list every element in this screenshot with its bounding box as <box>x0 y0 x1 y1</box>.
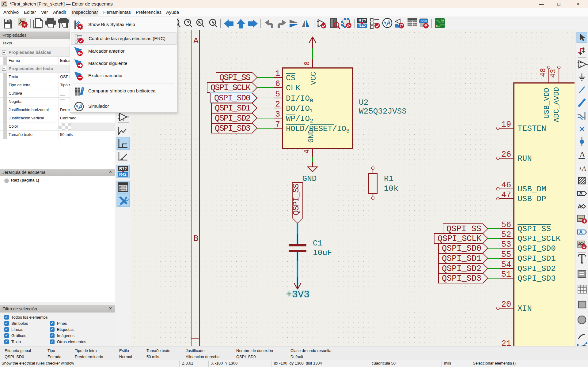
svg-text:USB_DM: USB_DM <box>518 185 546 194</box>
svg-text:QSPI_SD2: QSPI_SD2 <box>518 264 556 273</box>
svg-text:QSPI_SD1: QSPI_SD1 <box>518 254 556 263</box>
svg-text:USB_VDD: USB_VDD <box>543 88 551 119</box>
svg-text:3: 3 <box>275 110 280 119</box>
svg-text:CLK: CLK <box>286 84 300 93</box>
svg-text:TESTEN: TESTEN <box>518 124 546 133</box>
svg-text:A: A <box>579 150 585 159</box>
svg-text:46: 46 <box>501 181 511 190</box>
svg-text:ADC_AVDD: ADC_AVDD <box>552 87 561 122</box>
svg-text:QSPI_SD0: QSPI_SD0 <box>442 244 481 253</box>
svg-text:QSPI_SD0: QSPI_SD0 <box>518 244 556 253</box>
svg-text:USB_DP: USB_DP <box>518 194 546 204</box>
svg-text:QSPI_SD1: QSPI_SD1 <box>442 254 481 263</box>
svg-text:QSPI_SD0: QSPI_SD0 <box>214 94 251 103</box>
svg-text:2: 2 <box>275 100 280 109</box>
svg-text:QSPI_SD1: QSPI_SD1 <box>215 104 251 113</box>
svg-text:U2: U2 <box>359 98 368 107</box>
svg-text:CS: CS <box>286 73 295 83</box>
svg-text:R??: R?? <box>119 166 127 171</box>
svg-text:QSPI_SS: QSPI_SS <box>518 224 551 234</box>
svg-text:52: 52 <box>501 230 511 239</box>
svg-text:VCC: VCC <box>309 72 318 85</box>
svg-text:QSPI_SD3: QSPI_SD3 <box>442 274 481 283</box>
svg-text:21: 21 <box>501 339 511 346</box>
svg-text:C1: C1 <box>313 239 322 248</box>
svg-text:53: 53 <box>501 240 511 249</box>
svg-text:26: 26 <box>501 150 511 159</box>
svg-text:55: 55 <box>501 250 511 259</box>
svg-text:QSPI_SCLK: QSPI_SCLK <box>211 83 251 92</box>
svg-text:19: 19 <box>501 120 511 129</box>
svg-text:48: 48 <box>539 68 547 77</box>
svg-text:51: 51 <box>501 270 511 279</box>
svg-text:1: 1 <box>275 69 280 78</box>
svg-text:RUN: RUN <box>518 154 532 163</box>
svg-text:DO/IO1: DO/IO1 <box>286 104 313 114</box>
svg-text:W25Q32JVSS: W25Q32JVSS <box>359 107 407 116</box>
svg-text:.bom: .bom <box>420 20 427 23</box>
svg-text:R42: R42 <box>119 172 127 177</box>
svg-text:DI/IO0: DI/IO0 <box>286 94 313 104</box>
svg-text:QSPI_SCLK: QSPI_SCLK <box>438 234 482 243</box>
svg-text:43: 43 <box>549 69 557 78</box>
svg-text:QSPI_SD2: QSPI_SD2 <box>215 114 251 123</box>
svg-text:QSPI_SD3: QSPI_SD3 <box>518 274 556 283</box>
svg-text:54: 54 <box>501 260 511 269</box>
svg-text:20: 20 <box>501 300 511 309</box>
svg-text:A: A <box>193 36 199 46</box>
svg-text:R??: R?? <box>358 18 366 23</box>
svg-text:R1: R1 <box>384 174 393 183</box>
svg-text:A: A <box>581 165 586 172</box>
svg-text:56: 56 <box>501 220 511 230</box>
svg-text:XIN: XIN <box>518 304 532 313</box>
svg-text:B: B <box>193 234 199 243</box>
svg-text:WP/IO2: WP/IO2 <box>286 114 313 124</box>
svg-text:47: 47 <box>501 190 511 200</box>
svg-text:QSPI_SD3: QSPI_SD3 <box>215 124 251 133</box>
svg-text:A: A <box>579 230 583 235</box>
svg-text:GND: GND <box>302 174 317 183</box>
svg-text:8: 8 <box>303 61 311 66</box>
svg-text:QSPI_SS: QSPI_SS <box>292 183 301 215</box>
svg-text:HOLD/RESET/IO3: HOLD/RESET/IO3 <box>286 124 350 134</box>
svg-text:QSPI_SCLK: QSPI_SCLK <box>518 234 561 243</box>
svg-text:+3V3: +3V3 <box>286 289 310 300</box>
svg-text:GND: GND <box>307 129 315 143</box>
svg-text:10uF: 10uF <box>313 248 332 257</box>
svg-text:QSPI_SD2: QSPI_SD2 <box>442 264 481 273</box>
svg-text:10k: 10k <box>384 184 398 193</box>
svg-text:5: 5 <box>275 90 280 99</box>
svg-text:6: 6 <box>275 79 280 88</box>
svg-text:4: 4 <box>303 149 311 154</box>
svg-text:QSPI_SS: QSPI_SS <box>446 224 481 234</box>
svg-text:QSPI_SS: QSPI_SS <box>219 73 251 82</box>
svg-text:A: A <box>579 191 583 196</box>
svg-text:7: 7 <box>275 120 280 129</box>
